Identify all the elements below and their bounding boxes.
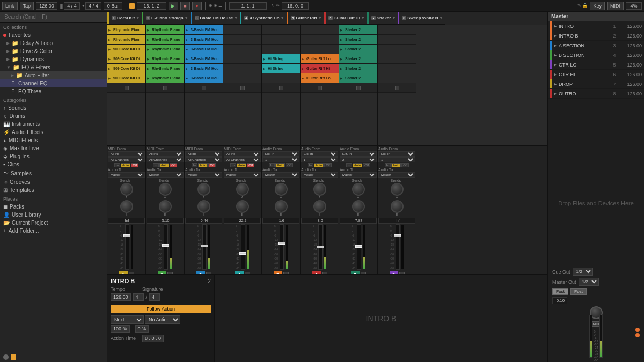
mix-chan-select-7[interactable]: 2 [340, 157, 377, 162]
scene-play-5[interactable]: ▶ [554, 63, 557, 67]
vol-display-6[interactable]: -8.0 [301, 218, 338, 224]
sidebar-item-midieffects[interactable]: ⬧ MIDI Effects [0, 136, 107, 144]
clip-empty-6-3[interactable] [301, 45, 339, 54]
clip-7-1[interactable]: Shaker 2 [339, 25, 377, 35]
send-knob-a-2[interactable] [159, 183, 172, 196]
tempo-display[interactable]: 126.00 [36, 2, 57, 10]
scene-row-6[interactable]: ▶ GTR HI 6 126.00 [548, 70, 644, 79]
mix-audioto-select-1[interactable]: Master [108, 172, 145, 178]
vol-display-7[interactable]: -7.87 [340, 218, 377, 224]
clip-3-1[interactable]: 3-Basic FM Hou [185, 25, 223, 35]
monitor-off-6[interactable]: Off [324, 163, 332, 167]
clip-7-3[interactable]: Shaker 2 [339, 45, 377, 54]
clip-3-4[interactable]: 3-Basic FM Hou [185, 54, 223, 64]
master-out-select[interactable]: 1/2 [579, 278, 599, 286]
scene-row-8[interactable]: ▶ OUTRO 8 126.00 [548, 89, 644, 99]
scene-row-1[interactable]: ▶ INTRO 1 126.00 [548, 21, 644, 31]
right-indicator-1[interactable] [635, 328, 640, 332]
mix-from-select-4[interactable]: All Ins [224, 151, 261, 157]
sidebar-item-audioeffects[interactable]: ⚡ Audio Effects [0, 128, 107, 136]
action-time-value[interactable]: 8 . 0 . 0 [142, 335, 164, 342]
send-knob-b-2[interactable] [159, 200, 172, 213]
mix-from-select-1[interactable]: All Ins [108, 151, 145, 157]
scene-row-3[interactable]: ▶ A SECTION 3 126.00 [548, 41, 644, 50]
mix-audioto-select-4[interactable]: Master [224, 172, 261, 178]
mix-audioto-select-2[interactable]: Master [147, 172, 184, 178]
time-sig[interactable]: 4 / 4 [64, 2, 80, 10]
clip-empty-6-1[interactable] [301, 25, 339, 35]
vol-display-8[interactable]: -Inf [378, 218, 415, 224]
monitor-auto-2[interactable]: Auto [159, 163, 169, 167]
clip-empty-4-6[interactable] [223, 73, 261, 83]
monitor-in-8[interactable]: In [385, 163, 391, 167]
clip-7-4[interactable]: Shaker 2 [339, 54, 377, 64]
send-knob-b-6[interactable] [313, 200, 326, 213]
scene-play-8[interactable]: ▶ [554, 92, 557, 96]
track-header-2[interactable]: 2 E-Piano Straigh ▼ [142, 12, 190, 25]
clip-1-6[interactable]: 909 Core Kit Di [107, 73, 145, 83]
clip-3-5[interactable]: 3-Basic FM Hou [185, 64, 223, 73]
monitor-off-5[interactable]: Off [286, 163, 293, 167]
fader-track-1[interactable] [125, 224, 129, 270]
sidebar-item-sounds[interactable]: ♪ Sounds [0, 104, 107, 112]
clip-empty-8-6[interactable] [378, 73, 416, 83]
clip-empty-8-4[interactable] [378, 54, 416, 64]
clip-stop-1[interactable] [107, 83, 145, 93]
sidebar-item-templates[interactable]: ⊞ Templates [0, 186, 107, 194]
cue-out-select[interactable]: 1/2 [573, 268, 593, 276]
scene-play-1[interactable]: ▶ [554, 24, 557, 28]
sidebar-item-samples[interactable]: 〜 Samples [0, 168, 107, 178]
send-knob-a-8[interactable] [391, 183, 404, 196]
monitor-auto-7[interactable]: Auto [353, 163, 362, 167]
scene-row-7[interactable]: ▶ DROP 7 126.00 [548, 79, 644, 89]
stop-button[interactable]: ■ [180, 2, 190, 10]
sidebar-item-currentproject[interactable]: 📂 Current Project [0, 219, 107, 227]
mix-audioto-select-5[interactable]: Master [262, 172, 299, 178]
monitor-in-1[interactable]: In [114, 163, 120, 167]
fader-track-6[interactable] [318, 224, 323, 270]
mix-audioto-select-8[interactable]: Master [378, 172, 415, 178]
sidebar-item-clips[interactable]: ▪ Clips [0, 160, 107, 168]
monitor-in-4[interactable]: In [230, 163, 236, 167]
clip-stop-8[interactable] [378, 83, 416, 93]
clip-7-5[interactable]: Shaker 2 [339, 64, 377, 73]
scene-row-4[interactable]: ▶ B SECTION 4 126.00 [548, 50, 644, 60]
sidebar-item-channeleq[interactable]: 🎚 Channel EQ [0, 79, 107, 87]
clip-stop-4[interactable] [223, 83, 261, 93]
mix-audioto-select-6[interactable]: Master [301, 172, 338, 178]
monitor-off-8[interactable]: Off [401, 163, 409, 167]
track-header-7[interactable]: 7 Shaker ▼ [367, 12, 398, 25]
post-button-1[interactable]: Post [552, 288, 568, 295]
position-display[interactable]: 16. 1. 2 [137, 2, 166, 10]
sidebar-item-instruments[interactable]: 🎹 Instruments [0, 120, 107, 128]
search-input[interactable] [0, 12, 107, 23]
action-select-2[interactable]: No ActionStopLoop [145, 315, 180, 324]
clip-6-6[interactable]: Guitar Riff Lo [301, 73, 339, 83]
clip-1-4[interactable]: 909 Core Kit Di [107, 54, 145, 64]
clip-7-6[interactable]: Shaker 2 [339, 73, 377, 83]
clip-stop-3[interactable] [185, 83, 223, 93]
sidebar-item-drums[interactable]: ♫ Drums [0, 112, 107, 120]
scene-row-2[interactable]: ▶ INTRO B 2 126.00 [548, 31, 644, 41]
monitor-auto-6[interactable]: Auto [314, 163, 324, 167]
vol-display-4[interactable]: -22.2 [224, 218, 261, 224]
loop-display[interactable]: 0 Bar [104, 2, 122, 10]
clip-1-5[interactable]: 909 Core Kit Di [107, 64, 145, 73]
monitor-in-6[interactable]: In [308, 163, 313, 167]
clip-stop-7[interactable] [339, 83, 377, 93]
clip-stop-2[interactable] [146, 83, 184, 93]
play-button[interactable]: ▶ [169, 2, 178, 10]
send-knob-a-1[interactable] [120, 183, 133, 196]
mix-from-select-5[interactable]: Ext. In [262, 151, 299, 157]
key-button[interactable]: Key [590, 2, 605, 10]
send-knob-a-3[interactable] [197, 183, 210, 196]
send-knob-b-7[interactable] [352, 200, 365, 213]
track-collapse-7[interactable]: ▼ [392, 16, 396, 20]
monitor-in-5[interactable]: In [269, 163, 275, 167]
clip-empty-8-5[interactable] [378, 64, 416, 73]
sig-value[interactable]: 4 [133, 293, 144, 301]
mix-audioto-select-3[interactable]: Master [185, 172, 222, 178]
clip-3-3[interactable]: 3-Basic FM Hou [185, 45, 223, 54]
clip-empty-5-2[interactable] [262, 35, 300, 45]
mix-chan-select-4[interactable]: All Channels [224, 157, 261, 162]
